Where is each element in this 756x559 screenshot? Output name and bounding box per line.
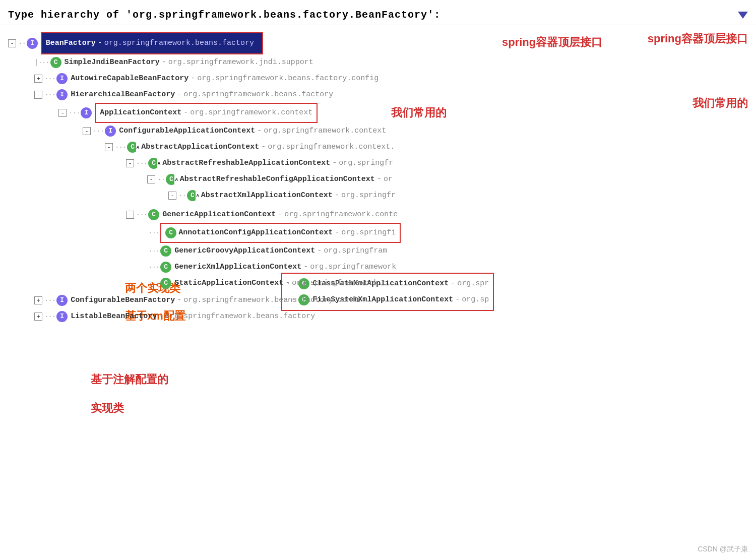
interface-icon: I (81, 107, 92, 118)
node-name: HierarchicalBeanFactory (71, 87, 175, 103)
node-package: org.springfi (341, 225, 396, 241)
class-icon: C (160, 262, 171, 273)
node-package: org.springframework.context. (268, 139, 395, 155)
expand-btn[interactable]: - (126, 159, 134, 167)
class-icon: C (165, 227, 176, 238)
tree-row: |··· C SimpleJndiBeanFactory - org.sprin… (8, 54, 748, 71)
annotation-common-used-label: 我们常用的 (692, 96, 748, 111)
node-name: ConfigurableBeanFactory (71, 292, 175, 308)
expand-btn[interactable]: - (126, 211, 134, 219)
node-name: AutowireCapableBeanFactory (71, 71, 188, 87)
page-container: Type hierarchy of 'org.springframework.b… (0, 0, 756, 559)
tree-row: ··· C GenericXmlApplicationContext - org… (8, 259, 748, 275)
abstract-class-icon: C A (127, 142, 138, 153)
tree-row: ··· C GenericGroovyApplicationContext - … (8, 243, 748, 259)
interface-icon: I (105, 126, 116, 137)
node-package: org.springframework.jndi.support (168, 54, 313, 71)
node-name: AbstractApplicationContext (141, 139, 259, 155)
interface-icon: I (56, 73, 68, 84)
interface-icon: I (56, 295, 68, 306)
class-icon: C (148, 209, 159, 220)
class-icon: C (50, 57, 61, 68)
node-name: ListableBeanFactory (71, 308, 157, 325)
node-package: org.springframework.beans.factory (165, 308, 315, 325)
interface-icon: I (56, 311, 68, 322)
expand-btn-beanfactory[interactable]: - (8, 39, 16, 47)
node-package: org.springframework (310, 259, 396, 275)
annotation-spring-top: spring容器顶层接口 (502, 34, 602, 50)
tree-row: ··· C StaticApplicationContext - org.spr… (8, 275, 748, 291)
node-name: AbstractXmlApplicationContext (201, 188, 333, 204)
expand-btn[interactable]: - (34, 91, 42, 99)
expand-btn[interactable]: + (34, 313, 42, 321)
tree-row: + ··· I AutowireCapableBeanFactory - org… (8, 71, 748, 87)
interface-icon: I (27, 38, 38, 49)
tree-row: - ··· C A AbstractApplicationContext - o… (8, 139, 748, 155)
node-name: AbstractRefreshableConfigApplicationCont… (180, 171, 375, 188)
node-package: org.springframework.context (190, 105, 312, 121)
node-name: BeanFactory (46, 35, 96, 51)
interface-icon: I (56, 89, 68, 100)
expand-btn[interactable]: - (83, 127, 91, 135)
tree-row: - ··· I HierarchicalBeanFactory - org.sp… (8, 87, 748, 103)
node-package: org.springframework.beans.factory.confi (183, 292, 360, 308)
node-package: org.springfr (341, 188, 396, 204)
tree-row: + ··· I ListableBeanFactory - org.spring… (8, 308, 748, 325)
tree-row: - ··· C A AbstractRefreshableApplication… (8, 155, 748, 171)
annotation-spring-top-label: spring容器顶层接口 (648, 31, 748, 46)
node-package: or (384, 171, 393, 188)
abstract-class-icon: C A (187, 190, 198, 201)
node-name: ConfigurableApplicationContext (119, 123, 255, 139)
expand-btn[interactable]: - (147, 175, 155, 183)
node-package: org.springframework.conte (284, 207, 398, 223)
page-title: Type hierarchy of 'org.springframework.b… (8, 9, 440, 21)
expand-btn[interactable]: + (34, 75, 42, 83)
node-package: org.springframework.context (264, 123, 386, 139)
node-name: StaticApplicationContext (174, 275, 283, 291)
class-icon: C (160, 278, 171, 289)
node-name: GenericXmlApplicationContext (174, 259, 301, 275)
tree-container: - ·· I BeanFactory - org.springframework… (0, 29, 756, 325)
expand-btn[interactable]: - (58, 109, 67, 117)
dropdown-icon[interactable] (738, 12, 748, 19)
tree-row: - ··· C GenericApplicationContext - org.… (8, 207, 748, 223)
annotation-common-used: 我们常用的 (391, 105, 447, 121)
node-package: org.springframework.beans.factory.config (197, 71, 379, 87)
tree-row: - ··· I ConfigurableApplicationContext -… (8, 123, 748, 139)
node-package: org.springframework.c (292, 275, 387, 291)
tree-row: - ·· I BeanFactory - org.springframework… (8, 32, 748, 54)
node-name: GenericApplicationContext (162, 207, 276, 223)
class-icon: C (160, 245, 171, 257)
expand-btn[interactable]: + (34, 296, 42, 304)
watermark: CSDN @武子康 (698, 545, 748, 554)
tree-row: - ·· C A AbstractRefreshableConfigApplic… (8, 171, 748, 188)
expand-btn[interactable]: - (168, 192, 176, 200)
tree-row: - ··· I ApplicationContext - org.springf… (8, 103, 748, 123)
node-package: org.springframework.beans.factory (183, 87, 333, 103)
node-name: ApplicationContext (100, 105, 181, 121)
tree-row: + ··· I ConfigurableBeanFactory - org.sp… (8, 292, 748, 308)
abstract-class-icon: C A (148, 158, 159, 169)
expand-btn[interactable]: - (105, 143, 113, 151)
node-package: org.springfram (324, 243, 387, 259)
node-package: org.springframework.beans.factory (104, 35, 254, 51)
tree-row: - ·· C A AbstractXmlApplicationContext -… (8, 188, 748, 204)
node-name: AbstractRefreshableApplicationContext (162, 155, 330, 171)
node-name: GenericGroovyApplicationContext (174, 243, 315, 259)
annotation-annotation-impl: 基于注解配置的 实现类 (91, 372, 168, 416)
node-package: org.springfr (339, 155, 393, 171)
title-bar: Type hierarchy of 'org.springframework.b… (0, 5, 756, 25)
tree-row: ··· C AnnotationConfigApplicationContext… (8, 223, 748, 243)
node-name: SimpleJndiBeanFactory (65, 54, 160, 71)
node-name: AnnotationConfigApplicationContext (178, 225, 333, 241)
abstract-class-icon: C A (166, 174, 177, 185)
